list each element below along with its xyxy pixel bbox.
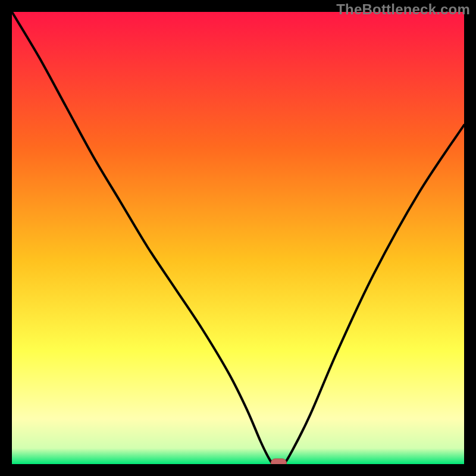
gradient-background <box>12 12 464 464</box>
chart-svg <box>12 12 464 464</box>
watermark-text: TheBottleneck.com <box>336 1 470 18</box>
plot-area <box>12 12 464 464</box>
chart-frame: TheBottleneck.com <box>0 0 476 476</box>
optimal-point-marker <box>271 459 286 464</box>
